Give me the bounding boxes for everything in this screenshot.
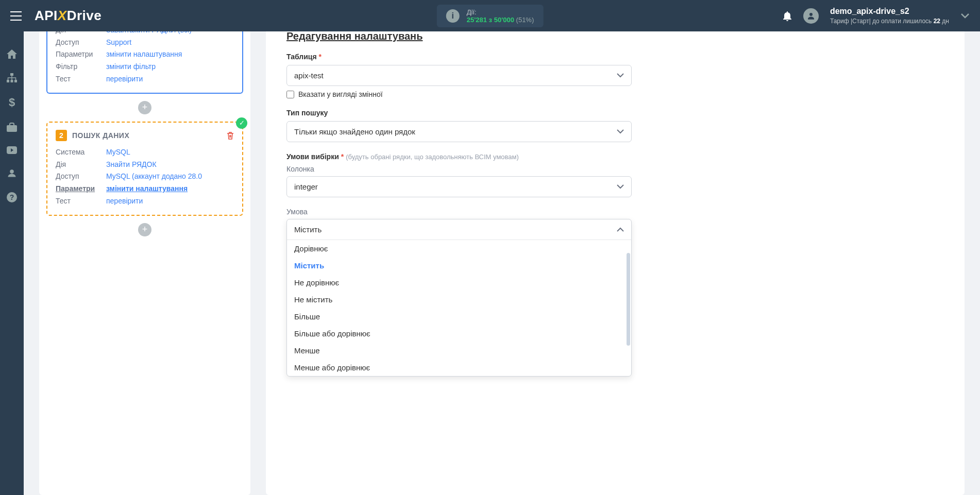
step-row-value[interactable]: перевірити: [106, 195, 143, 208]
conditions-label: Умови вибірки* (будуть обрані рядки, що …: [286, 152, 944, 161]
step-row-value[interactable]: Знайти РЯДОК: [106, 159, 157, 171]
condition-dropdown[interactable]: Містить ДорівнюєМіститьНе дорівнюєНе міс…: [286, 219, 632, 377]
actions-counter[interactable]: i Дії: 25'281 з 50'000 (51%): [437, 5, 544, 27]
app-logo[interactable]: APIXDrive: [35, 8, 102, 24]
step-row-value[interactable]: MySQL: [106, 146, 130, 159]
hierarchy-icon[interactable]: [7, 73, 17, 82]
step-row-label: Дія: [56, 31, 100, 37]
step-row-label: Параметри: [56, 48, 100, 61]
chevron-up-icon: [617, 227, 624, 232]
user-avatar[interactable]: [803, 8, 819, 24]
step-row-value[interactable]: MySQL (аккаунт додано 28.0: [106, 170, 202, 183]
svg-point-0: [809, 13, 813, 16]
svg-text:?: ?: [10, 193, 14, 201]
step-row-value[interactable]: перевірити: [106, 73, 143, 86]
dropdown-option[interactable]: Містить: [287, 257, 631, 274]
dropdown-option[interactable]: Більше або дорівнює: [287, 325, 631, 342]
scrollbar[interactable]: [627, 253, 630, 346]
step-row-value[interactable]: змінити налаштування: [106, 48, 182, 61]
step-row-label: Система: [56, 146, 100, 159]
step-row-label: Тест: [56, 195, 100, 208]
step-row-label: Дія: [56, 159, 100, 171]
dropdown-list[interactable]: ДорівнюєМіститьНе дорівнюєНе міститьБіль…: [287, 240, 631, 376]
dollar-icon[interactable]: $: [8, 97, 15, 108]
step-card-2[interactable]: ✓ 2 ПОШУК ДАНИХ СистемаMySQLДіяЗнайти РЯ…: [46, 122, 243, 216]
chevron-down-icon[interactable]: [960, 13, 970, 19]
user-block[interactable]: demo_apix-drive_s2 Тариф |Старт| до опла…: [830, 6, 949, 26]
add-step-button-1[interactable]: +: [138, 101, 151, 114]
step-row-label: Фільтр: [56, 61, 100, 73]
hamburger-menu[interactable]: [10, 11, 22, 21]
youtube-icon[interactable]: [7, 146, 17, 154]
chevron-down-icon: [617, 129, 624, 134]
step-number: 2: [56, 130, 67, 141]
svg-rect-6: [7, 125, 17, 132]
step-row-label: Доступ: [56, 170, 100, 183]
briefcase-icon[interactable]: [7, 123, 17, 132]
form-title: Редагування налаштувань: [286, 31, 944, 42]
step-row-value[interactable]: змінити фільтр: [106, 61, 156, 73]
svg-rect-2: [7, 80, 9, 82]
svg-text:$: $: [9, 97, 15, 108]
svg-rect-4: [14, 80, 17, 82]
svg-rect-1: [10, 73, 13, 76]
condition-label: Умова: [286, 208, 944, 216]
table-select[interactable]: apix-test: [286, 65, 632, 86]
table-label: Таблиця*: [286, 53, 944, 61]
user-icon[interactable]: [7, 168, 16, 178]
step-row-label: Доступ: [56, 37, 100, 49]
chevron-down-icon: [617, 184, 624, 189]
svg-rect-3: [11, 80, 13, 82]
check-icon: ✓: [236, 117, 247, 129]
search-type-label: Тип пошуку: [286, 109, 944, 117]
column-label: Колонка: [286, 165, 944, 173]
settings-form: Редагування налаштувань Таблиця* apix-te…: [266, 31, 965, 495]
dropdown-option[interactable]: Менше: [287, 342, 631, 359]
step-row-value[interactable]: Завантажити РЯДКИ (всі): [106, 31, 192, 37]
dropdown-option[interactable]: Не дорівнює: [287, 274, 631, 291]
chevron-down-icon: [617, 73, 624, 78]
step-row-label: Параметри: [56, 183, 100, 195]
step-row-value[interactable]: змінити налаштування: [106, 183, 188, 195]
steps-column: СистемаGoogle SheetsДіяЗавантажити РЯДКИ…: [39, 31, 250, 495]
variable-checkbox[interactable]: Вказати у вигляді змінної: [286, 90, 944, 98]
dropdown-option[interactable]: Менше або дорівнює: [287, 359, 631, 376]
dropdown-option[interactable]: Не містить: [287, 291, 631, 308]
home-icon[interactable]: [7, 49, 17, 59]
step-title: ПОШУК ДАНИХ: [72, 131, 129, 140]
search-type-select[interactable]: Тільки якщо знайдено один рядок: [286, 121, 632, 142]
info-icon: i: [446, 9, 460, 23]
dropdown-option[interactable]: Більше: [287, 308, 631, 325]
help-icon[interactable]: ?: [7, 192, 17, 202]
column-select[interactable]: integer: [286, 176, 632, 197]
app-header: APIXDrive i Дії: 25'281 з 50'000 (51%) d…: [0, 0, 980, 31]
bell-icon[interactable]: [783, 11, 792, 21]
svg-point-8: [10, 169, 14, 174]
step-card-1[interactable]: СистемаGoogle SheetsДіяЗавантажити РЯДКИ…: [46, 31, 243, 94]
trash-icon[interactable]: [227, 131, 234, 140]
sidebar: $ ?: [0, 31, 24, 495]
actions-label: Дії:: [467, 8, 534, 16]
step-row-value[interactable]: Support: [106, 37, 131, 49]
dropdown-option[interactable]: Дорівнює: [287, 240, 631, 257]
step-row-label: Тест: [56, 73, 100, 86]
actions-numbers: 25'281 з 50'000 (51%): [467, 16, 534, 24]
add-step-button-2[interactable]: +: [138, 223, 151, 236]
